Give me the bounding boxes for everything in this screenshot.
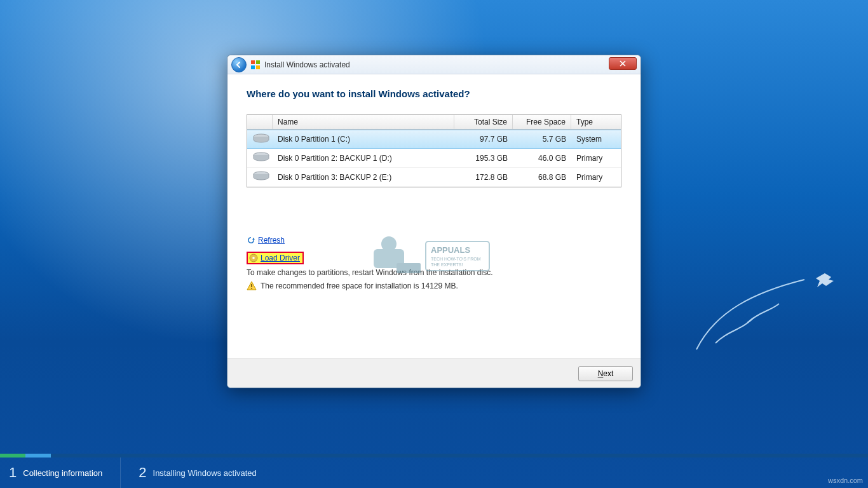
col-type: Type — [571, 115, 621, 129]
svg-rect-0 — [251, 60, 255, 64]
load-driver-highlight: Load Driver — [247, 252, 304, 264]
back-button[interactable] — [231, 57, 247, 72]
partition-type: System — [571, 135, 621, 144]
partition-total: 97.7 GB — [454, 135, 513, 144]
disk-icon — [252, 152, 270, 162]
refresh-icon — [247, 236, 255, 245]
windows-flag-icon — [250, 60, 261, 70]
partition-row[interactable]: Disk 0 Partition 2: BACKUP 1 (D:)195.3 G… — [247, 149, 621, 168]
partition-free: 68.8 GB — [513, 173, 571, 182]
disk-icon — [252, 133, 270, 144]
background-decor — [677, 267, 843, 356]
col-total-size: Total Size — [454, 115, 513, 129]
svg-rect-2 — [251, 65, 255, 69]
space-warning: The recommended free space for installat… — [261, 281, 458, 290]
load-driver-label: Load Driver — [261, 254, 300, 262]
col-free-space: Free Space — [513, 115, 571, 129]
col-name: Name — [273, 115, 454, 129]
load-driver-link[interactable]: Load Driver — [249, 254, 300, 262]
partition-name: Disk 0 Partition 3: BACKUP 2 (E:) — [273, 173, 454, 182]
svg-rect-3 — [256, 65, 260, 69]
partition-name: Disk 0 Partition 2: BACKUP 1 (D:) — [273, 154, 454, 163]
dialog-footer: Next — [227, 358, 641, 388]
titlebar: Install Windows activated — [227, 55, 641, 74]
window-title: Install Windows activated — [264, 60, 350, 69]
table-header: Name Total Size Free Space Type — [247, 115, 621, 130]
partition-total: 172.8 GB — [454, 173, 513, 182]
partition-type: Primary — [571, 173, 621, 182]
disk-icon — [252, 171, 270, 181]
next-button[interactable]: Next — [578, 366, 633, 381]
partition-total: 195.3 GB — [454, 154, 513, 163]
svg-rect-16 — [251, 284, 252, 287]
partition-free: 5.7 GB — [513, 135, 571, 144]
step-label: Installing Windows activated — [153, 468, 257, 478]
dialog-content: Where do you want to install Windows act… — [227, 74, 641, 358]
step-label: Collecting information — [23, 468, 102, 478]
page-heading: Where do you want to install Windows act… — [247, 88, 621, 99]
refresh-link[interactable]: Refresh — [247, 236, 285, 245]
partition-row[interactable]: Disk 0 Partition 3: BACKUP 2 (E:)172.8 G… — [247, 168, 621, 187]
partition-type: Primary — [571, 154, 621, 163]
disc-icon — [249, 254, 258, 262]
warning-icon — [247, 281, 257, 291]
refresh-label: Refresh — [258, 236, 285, 245]
step-bar: 1 Collecting information 2 Installing Wi… — [0, 458, 868, 488]
step-collecting-information: 1 Collecting information — [0, 458, 120, 488]
restart-note: To make changes to partitions, restart W… — [247, 268, 621, 277]
install-windows-dialog: Install Windows activated Where do you w… — [227, 55, 641, 388]
arrow-left-icon — [235, 61, 243, 69]
svg-point-15 — [252, 257, 255, 259]
source-watermark: wsxdn.com — [828, 477, 863, 484]
close-button[interactable] — [609, 57, 637, 70]
partition-name: Disk 0 Partition 1 (C:) — [273, 135, 454, 144]
partition-free: 46.0 GB — [513, 154, 571, 163]
close-icon — [620, 60, 626, 67]
svg-rect-17 — [251, 288, 252, 289]
step-installing-windows: 2 Installing Windows activated — [120, 458, 275, 488]
svg-rect-1 — [256, 60, 260, 64]
partition-row[interactable]: Disk 0 Partition 1 (C:)97.7 GB5.7 GBSyst… — [247, 130, 621, 149]
partition-table: Name Total Size Free Space Type Disk 0 P… — [247, 114, 621, 187]
